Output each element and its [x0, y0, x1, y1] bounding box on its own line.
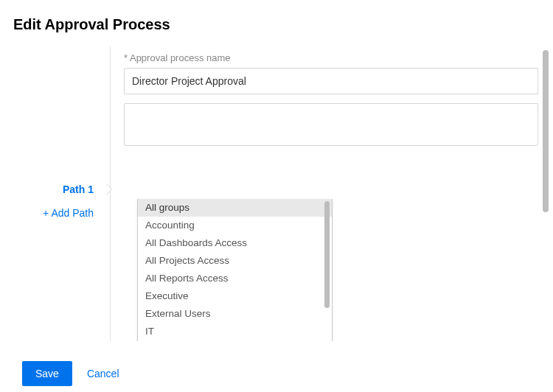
dropdown-item-projects[interactable]: All Projects Access	[138, 252, 332, 270]
cancel-button[interactable]: Cancel	[87, 368, 119, 379]
form-area: * Approval process name All groups Accou…	[111, 46, 553, 341]
dropdown-item-reports[interactable]: All Reports Access	[138, 270, 332, 287]
name-field-label-text: Approval process name	[130, 52, 231, 63]
add-path-button[interactable]: + Add Path	[0, 200, 94, 226]
dropdown-scrollbar[interactable]	[324, 201, 330, 308]
dropdown-item-all-groups[interactable]: All groups	[138, 199, 332, 217]
path-sidebar: Path 1 + Add Path	[0, 46, 111, 341]
secondary-input[interactable]	[124, 103, 538, 146]
dropdown-item-it[interactable]: IT	[138, 323, 332, 340]
sidebar-path-1[interactable]: Path 1	[0, 179, 94, 200]
name-field-label: * Approval process name	[124, 52, 538, 63]
main-content: Path 1 + Add Path * Approval process nam…	[0, 46, 553, 341]
dropdown-item-accounting[interactable]: Accounting	[138, 217, 332, 234]
dropdown-item-legal[interactable]: Legal	[138, 340, 332, 341]
approval-name-input[interactable]	[124, 68, 538, 94]
group-dropdown[interactable]: All groups Accounting All Dashboards Acc…	[137, 199, 333, 341]
dropdown-item-external[interactable]: External Users	[138, 305, 332, 323]
page-scrollbar[interactable]	[543, 50, 549, 212]
dropdown-item-executive[interactable]: Executive	[138, 287, 332, 305]
footer-actions: Save Cancel	[0, 354, 119, 386]
save-button[interactable]: Save	[22, 361, 72, 386]
dropdown-item-dashboards[interactable]: All Dashboards Access	[138, 234, 332, 252]
page-title: Edit Approval Process	[0, 0, 553, 46]
